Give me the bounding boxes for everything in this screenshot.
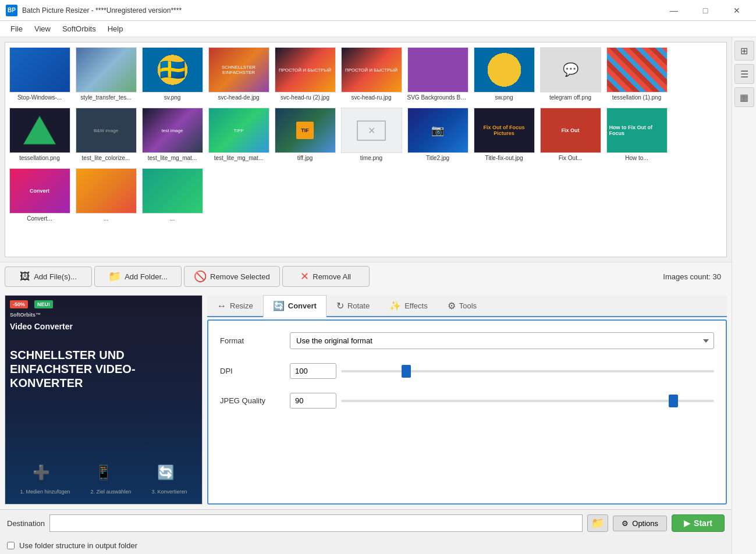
app-icon: BP	[6, 5, 17, 16]
list-item[interactable]: test image test_lite_mg_mat...	[140, 105, 204, 164]
list-item[interactable]: SCHNELLSTER EINFACHSTER svc-head-de.jpg	[207, 45, 271, 103]
browse-button[interactable]: 📁	[587, 514, 608, 532]
menu-file[interactable]: File	[5, 23, 29, 35]
tab-effects-label: Effects	[404, 301, 428, 310]
preview-icon-3: 🔄	[157, 464, 175, 481]
add-files-button[interactable]: 🖼 Add File(s)...	[5, 267, 92, 287]
thumb-image: ПРОСТОЙ И БЫСТРЫЙ	[275, 47, 336, 93]
remove-selected-icon: 🚫	[194, 270, 207, 283]
preview-icons-row: ➕ 📱 🔄	[10, 464, 197, 481]
list-item[interactable]: Fix Out of Focus Pictures Title-fix-out.…	[472, 105, 536, 164]
list-item[interactable]: tessellation (1).png	[605, 45, 669, 103]
maximize-button[interactable]: □	[692, 2, 719, 19]
resize-icon: ↔	[217, 301, 226, 311]
add-folder-label: Add Folder...	[125, 272, 168, 281]
list-item[interactable]: 🇸🇪 sv.png	[140, 45, 204, 103]
list-item[interactable]: sw.png	[472, 45, 536, 103]
thumb-label: Title-fix-out.jpg	[474, 155, 535, 161]
thumb-label: tessellation.png	[9, 155, 70, 161]
checkbox-row: Use folder structure in output folder	[0, 537, 732, 554]
list-item[interactable]: B&W image test_lite_colorize...	[74, 105, 138, 164]
grid-view-sidebar-btn[interactable]: ▦	[734, 87, 754, 107]
thumb-image: B&W image	[76, 108, 137, 153]
list-item[interactable]: 💬 telegram off.png	[538, 45, 602, 103]
list-view-sidebar-btn[interactable]: ☰	[734, 64, 754, 84]
thumb-label: ...	[142, 215, 203, 222]
remove-all-button[interactable]: ✕ Remove All	[282, 266, 370, 287]
menu-softorbits[interactable]: SoftOrbits	[56, 23, 102, 35]
preview-discount-badge: -50%	[10, 300, 28, 308]
list-item[interactable]: Convert Convert...	[8, 166, 72, 224]
thumb-label: sv.png	[142, 94, 203, 101]
jpeg-quality-slider[interactable]	[341, 400, 714, 402]
tab-resize[interactable]: ↔ Resize	[207, 295, 263, 316]
list-item[interactable]: ПРОСТОЙ И БЫСТРЫЙ svc-head-ru.jpg	[339, 45, 403, 103]
thumb-image	[606, 47, 668, 93]
thumb-image	[9, 47, 70, 93]
format-select[interactable]: Use the original format JPEG PNG BMP GIF…	[290, 332, 714, 349]
thumb-image: SCHNELLSTER EINFACHSTER	[208, 47, 269, 93]
list-item[interactable]: Fix Out Fix Out...	[538, 105, 602, 164]
image-gallery[interactable]: Stop-Windows-... style_transfer_tes... 🇸…	[5, 42, 727, 257]
minimize-button[interactable]: —	[661, 2, 687, 19]
thumb-label: svc-head-ru.jpg	[341, 94, 402, 101]
thumb-label: time.png	[341, 155, 402, 161]
add-folder-button[interactable]: 📁 Add Folder...	[94, 266, 182, 287]
list-item[interactable]: TIF tiff.jpg	[273, 105, 337, 164]
list-item[interactable]: ...	[74, 166, 138, 224]
titlebar: BP Batch Picture Resizer - ****Unregiste…	[0, 0, 756, 21]
remove-selected-label: Remove Selected	[210, 272, 270, 281]
thumb-label: tessellation (1).png	[606, 94, 668, 101]
list-item[interactable]: How to Fix Out of Focus How to...	[605, 105, 669, 164]
thumb-image	[142, 168, 203, 214]
use-folder-label[interactable]: Use folder structure in output folder	[19, 541, 137, 550]
options-button[interactable]: ⚙ Options	[613, 516, 667, 531]
thumb-label: ...	[76, 215, 137, 222]
preview-product: Video Converter	[10, 322, 73, 332]
tab-convert-label: Convert	[288, 301, 317, 310]
convert-icon: 🔄	[273, 300, 285, 311]
destination-input[interactable]	[49, 514, 583, 532]
tab-rotate[interactable]: ↻ Rotate	[326, 295, 379, 316]
use-folder-checkbox[interactable]	[7, 542, 15, 549]
format-row: Format Use the original format JPEG PNG …	[220, 332, 714, 349]
thumb-image: TIFF	[208, 108, 269, 153]
thumb-image: Convert	[9, 168, 70, 214]
list-item[interactable]: style_transfer_tes...	[74, 45, 138, 103]
list-item[interactable]: ...	[140, 166, 204, 224]
start-button[interactable]: ▶ Start	[672, 514, 725, 532]
sidebar-right: ⊞ ☰ ▦	[732, 37, 756, 554]
options-panel: ↔ Resize 🔄 Convert ↻ Rotate ✨ Effects	[207, 295, 727, 505]
jpeg-quality-row: JPEG Quality	[220, 393, 714, 409]
svg-marker-0	[23, 116, 56, 144]
list-item[interactable]: TIFF test_lite_mg_mat...	[207, 105, 271, 164]
close-button[interactable]: ✕	[723, 2, 750, 19]
destination-label: Destination	[7, 519, 45, 528]
menu-view[interactable]: View	[29, 23, 56, 35]
list-item[interactable]: tessellation.png	[8, 105, 72, 164]
tab-tools[interactable]: ⚙ Tools	[438, 295, 487, 316]
thumb-image: ПРОСТОЙ И БЫСТРЫЙ	[341, 47, 402, 93]
add-images-sidebar-btn[interactable]: ⊞	[734, 41, 754, 61]
thumb-label: test_lite_colorize...	[76, 155, 137, 161]
dpi-slider[interactable]	[341, 370, 714, 372]
list-item[interactable]: 📷 Title2.jpg	[406, 105, 470, 164]
thumb-image	[9, 108, 70, 153]
list-item[interactable]: Stop-Windows-...	[8, 45, 72, 103]
dpi-control	[290, 363, 714, 379]
preview-icon-1: ➕	[33, 464, 50, 481]
list-item[interactable]: ПРОСТОЙ И БЫСТРЫЙ svc-head-ru (2).jpg	[273, 45, 337, 103]
list-item[interactable]: SVG Backgrounds Background coll...	[406, 45, 470, 103]
remove-selected-button[interactable]: 🚫 Remove Selected	[184, 266, 280, 287]
tab-bar: ↔ Resize 🔄 Convert ↻ Rotate ✨ Effects	[207, 295, 727, 317]
list-item[interactable]: ✕ time.png	[339, 105, 403, 164]
jpeg-quality-input[interactable]	[290, 393, 336, 409]
remove-all-label: Remove All	[313, 272, 351, 281]
tab-effects[interactable]: ✨ Effects	[379, 295, 438, 316]
menu-help[interactable]: Help	[102, 23, 129, 35]
preview-icon-2: 📱	[95, 464, 112, 481]
dpi-input[interactable]	[290, 363, 336, 379]
tab-convert[interactable]: 🔄 Convert	[263, 295, 326, 317]
bottom-bar: Destination 📁 ⚙ Options ▶ Start	[0, 509, 732, 537]
tab-resize-label: Resize	[230, 301, 253, 310]
